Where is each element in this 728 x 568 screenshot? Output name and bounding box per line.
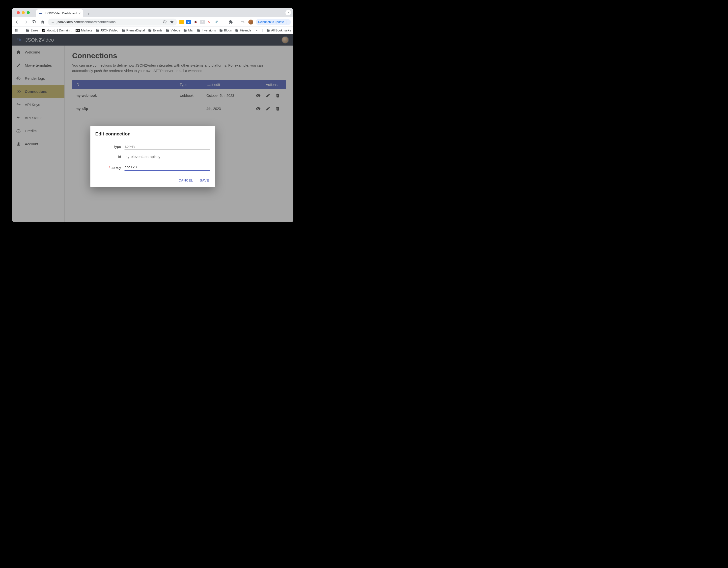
field-type-label: type <box>95 145 125 150</box>
relaunch-button[interactable]: Relaunch to update <box>256 19 291 25</box>
required-asterisk: * <box>109 166 110 170</box>
back-button[interactable] <box>14 19 20 25</box>
tab-title: JSON2Video Dashboard <box>44 12 77 15</box>
field-type-input[interactable] <box>125 143 210 150</box>
tab-strip: JSON2Video Dashboard × + <box>12 8 293 17</box>
apps-button[interactable] <box>14 28 18 32</box>
bookmark-item[interactable]: Hisenda <box>235 29 251 32</box>
profile-avatar[interactable] <box>248 20 253 25</box>
maximize-window-button[interactable] <box>27 11 30 14</box>
modal-title: Edit connection <box>95 131 210 137</box>
cancel-button[interactable]: CANCEL <box>178 177 194 184</box>
close-window-button[interactable] <box>17 11 20 14</box>
all-bookmarks-label: All Bookmarks <box>271 29 291 32</box>
field-apikey-row: *apikey <box>95 164 210 171</box>
bookmark-label: Mar <box>188 29 194 32</box>
url-domain: json2video.com <box>57 20 80 24</box>
bookmark-label: Markets <box>81 29 92 32</box>
bookmark-item[interactable]: Videos <box>166 29 180 32</box>
bookmark-label: Hisenda <box>240 29 251 32</box>
window-controls <box>15 8 32 17</box>
modal-actions: CANCEL SAVE <box>95 177 210 184</box>
bookmark-item[interactable]: Mar <box>183 29 194 32</box>
extension-icon[interactable]: K <box>200 20 205 24</box>
relaunch-label: Relaunch to update <box>258 20 284 24</box>
bookmark-item[interactable]: InvMarkets <box>76 29 92 32</box>
bookmark-label: Videos <box>170 29 180 32</box>
bookmark-item[interactable]: Inversions <box>197 29 216 32</box>
bookmark-item[interactable]: Eines <box>26 29 38 32</box>
field-apikey-input[interactable] <box>125 164 210 171</box>
eye-off-icon[interactable] <box>163 20 167 24</box>
bookmark-label: PrensaDigital <box>126 29 145 32</box>
extensions-button[interactable] <box>228 19 234 25</box>
bookmark-label: JSON2Video <box>100 29 118 32</box>
field-id-input[interactable] <box>125 154 210 160</box>
media-control-icon[interactable] <box>240 19 246 25</box>
site-settings-icon[interactable] <box>51 20 55 24</box>
tab-favicon <box>39 12 42 15</box>
bookmark-item[interactable]: .d.dotisto | Domain... <box>42 29 72 32</box>
extension-icon[interactable]: 🐞 <box>193 20 198 24</box>
edit-connection-modal: Edit connection type id *apikey CANCEL <box>90 126 215 187</box>
extensions-area: M🐞KO🔗👁 <box>179 20 225 24</box>
minimize-window-button[interactable] <box>22 11 25 14</box>
browser-tab[interactable]: JSON2Video Dashboard × <box>36 9 83 17</box>
bookmark-label: Inversions <box>202 29 216 32</box>
bookmark-label: Blogs <box>224 29 232 32</box>
bookmark-item[interactable]: PrensaDigital <box>122 29 145 32</box>
field-type-row: type <box>95 143 210 150</box>
app-root: JSON2Video WelcomeMovie templatesRender … <box>12 34 293 222</box>
reload-button[interactable] <box>31 19 37 25</box>
home-button[interactable] <box>40 19 46 25</box>
svg-point-2 <box>286 23 287 23</box>
browser-window: JSON2Video Dashboard × + json2video.com/… <box>12 8 293 222</box>
url-path: /dashboard/connections <box>80 20 115 24</box>
extension-icon[interactable]: 👁 <box>221 20 225 24</box>
field-apikey-label: *apikey <box>95 166 125 171</box>
new-tab-button[interactable]: + <box>85 10 92 17</box>
extension-icon[interactable]: M <box>186 20 191 24</box>
save-button[interactable]: SAVE <box>199 177 210 184</box>
tab-search-button[interactable] <box>285 10 291 15</box>
extension-icon[interactable]: O <box>207 20 212 24</box>
svg-point-0 <box>286 21 287 21</box>
bookmark-item[interactable]: Events <box>148 29 162 32</box>
bookmark-label: .dotisto | Domain... <box>46 29 72 32</box>
bookmark-item[interactable]: Blogs <box>219 29 232 32</box>
svg-point-1 <box>286 22 287 22</box>
forward-button[interactable] <box>23 19 29 25</box>
bookmarks-overflow-button[interactable] <box>255 28 259 32</box>
extension-icon[interactable] <box>179 20 184 24</box>
address-bar[interactable]: json2video.com/dashboard/connections <box>48 19 177 26</box>
tab-close-button[interactable]: × <box>79 11 81 15</box>
browser-toolbar: json2video.com/dashboard/connections M🐞K… <box>12 17 293 27</box>
bookmark-item[interactable]: JSON2Video <box>96 29 118 32</box>
bookmark-label: Events <box>153 29 162 32</box>
field-id-label: id <box>95 155 125 160</box>
extension-icon[interactable]: 🔗 <box>214 20 219 24</box>
field-id-row: id <box>95 154 210 160</box>
all-bookmarks-button[interactable]: All Bookmarks <box>266 29 291 32</box>
bookmarks-bar: | Eines.d.dotisto | Domain...InvMarketsJ… <box>12 27 293 34</box>
bookmark-star-icon[interactable] <box>170 20 174 24</box>
bookmark-label: Eines <box>30 29 38 32</box>
